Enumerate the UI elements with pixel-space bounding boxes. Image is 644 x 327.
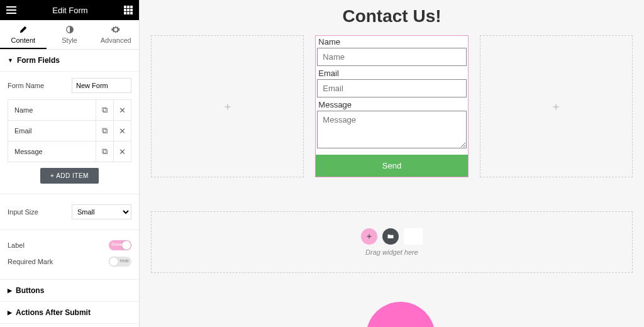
submit-button[interactable]: Send bbox=[316, 155, 467, 177]
panel-content: ▼ Form Fields Form Name Name ⧉ ✕ Email bbox=[0, 50, 139, 327]
editor-tabs: Content Style Advanced bbox=[0, 20, 139, 50]
section-collect[interactable]: ▶ Collect Submissions bbox=[0, 323, 139, 327]
dropzone-actions: ＋ bbox=[361, 228, 423, 245]
sidebar-header: Edit Form bbox=[0, 0, 139, 20]
menu-icon[interactable] bbox=[6, 6, 16, 14]
section-form-fields-body: Form Name Name ⧉ ✕ Email ⧉ ✕ Me bbox=[0, 72, 139, 279]
empty-column-left[interactable]: ＋ bbox=[151, 35, 304, 177]
sidebar-title: Edit Form bbox=[16, 6, 124, 15]
gear-icon bbox=[111, 25, 120, 34]
plus-icon[interactable]: ＋ bbox=[222, 99, 233, 114]
caret-down-icon: ▼ bbox=[8, 57, 13, 64]
duplicate-icon[interactable]: ⧉ bbox=[96, 121, 113, 141]
tab-advanced[interactable]: Advanced bbox=[92, 20, 139, 49]
toggle-text: Hide bbox=[120, 258, 129, 263]
dropzone-spacer bbox=[404, 228, 423, 245]
duplicate-icon[interactable]: ⧉ bbox=[96, 100, 113, 120]
required-toggle[interactable]: Hide bbox=[109, 257, 131, 267]
form-name-label: Form Name bbox=[8, 82, 44, 89]
section-form-fields[interactable]: ▼ Form Fields bbox=[0, 50, 139, 72]
folder-icon[interactable] bbox=[382, 228, 399, 245]
field-item-label: Message bbox=[8, 148, 96, 155]
tab-content[interactable]: Content bbox=[0, 20, 47, 49]
decorative-blob bbox=[366, 302, 435, 327]
field-item-label: Email bbox=[8, 127, 96, 135]
label-toggle[interactable]: Show bbox=[109, 240, 131, 250]
tab-style[interactable]: Style bbox=[47, 20, 93, 49]
section-form-fields-label: Form Fields bbox=[17, 56, 60, 65]
columns-row: ＋ Name Email Message Send ＋ bbox=[151, 35, 633, 177]
plus-icon[interactable]: ＋ bbox=[550, 99, 562, 114]
tab-content-label: Content bbox=[11, 36, 36, 44]
editor-canvas: Contact Us! ＋ Name Email Message Send bbox=[140, 0, 644, 327]
page-title: Contact Us! bbox=[151, 6, 633, 26]
contrast-icon bbox=[65, 25, 74, 34]
email-label: Email bbox=[316, 67, 467, 78]
caret-right-icon: ▶ bbox=[8, 287, 12, 294]
section-actions[interactable]: ▶ Actions After Submit bbox=[0, 301, 139, 323]
form-field-name: Name bbox=[316, 36, 467, 67]
caret-right-icon: ▶ bbox=[8, 309, 12, 316]
message-label: Message bbox=[316, 99, 467, 109]
toggle-text: Show bbox=[111, 242, 123, 247]
add-item-button[interactable]: + ADD ITEM bbox=[40, 168, 99, 184]
add-widget-icon[interactable]: ＋ bbox=[361, 228, 377, 245]
close-icon[interactable]: ✕ bbox=[113, 100, 131, 120]
empty-column-right[interactable]: ＋ bbox=[480, 35, 633, 177]
dropzone-text: Drag widget here bbox=[365, 248, 418, 256]
field-list: Name ⧉ ✕ Email ⧉ ✕ Message ⧉ ✕ bbox=[8, 99, 131, 162]
field-item-label: Name bbox=[8, 106, 96, 114]
section-buttons-label: Buttons bbox=[16, 286, 44, 295]
tab-advanced-label: Advanced bbox=[101, 36, 131, 44]
editor-sidebar: Edit Form Content Style Advanced ▼ Form … bbox=[0, 0, 140, 327]
name-label: Name bbox=[316, 36, 467, 47]
label-toggle-label: Label bbox=[8, 241, 25, 249]
duplicate-icon[interactable]: ⧉ bbox=[96, 141, 113, 162]
required-toggle-label: Required Mark bbox=[8, 258, 53, 265]
message-textarea[interactable] bbox=[317, 111, 466, 148]
form-name-input[interactable] bbox=[72, 78, 131, 93]
form-field-email: Email bbox=[316, 67, 467, 99]
field-item[interactable]: Email ⧉ ✕ bbox=[8, 120, 131, 141]
close-icon[interactable]: ✕ bbox=[113, 141, 131, 162]
section-buttons[interactable]: ▶ Buttons bbox=[0, 279, 139, 301]
name-input[interactable] bbox=[317, 48, 466, 66]
form-widget[interactable]: Name Email Message Send bbox=[315, 35, 468, 177]
field-item[interactable]: Message ⧉ ✕ bbox=[8, 141, 131, 162]
tab-style-label: Style bbox=[62, 36, 77, 44]
form-field-message: Message bbox=[316, 99, 467, 152]
section-actions-label: Actions After Submit bbox=[16, 308, 91, 317]
email-input[interactable] bbox=[317, 79, 466, 97]
widget-dropzone[interactable]: ＋ Drag widget here bbox=[151, 211, 633, 273]
apps-icon[interactable] bbox=[124, 6, 133, 14]
field-item[interactable]: Name ⧉ ✕ bbox=[8, 99, 131, 121]
pencil-icon bbox=[19, 25, 28, 34]
input-size-select[interactable]: Small bbox=[72, 204, 131, 219]
input-size-label: Input Size bbox=[8, 208, 38, 216]
close-icon[interactable]: ✕ bbox=[113, 121, 131, 141]
